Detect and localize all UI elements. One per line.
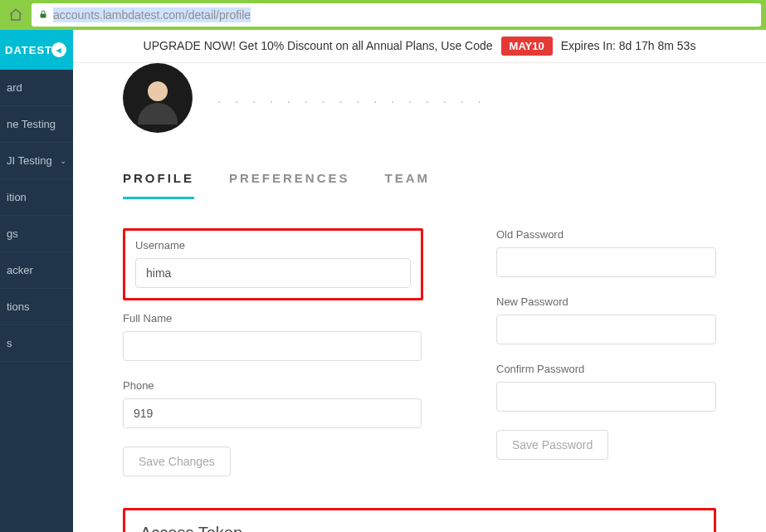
- sidebar-item-logs[interactable]: gs: [0, 216, 73, 252]
- tab-team[interactable]: TEAM: [385, 164, 431, 199]
- fullname-input[interactable]: [123, 331, 422, 361]
- sidebar-item-realtime-testing[interactable]: ne Testing: [0, 106, 73, 143]
- sidebar-item-tracker[interactable]: acker: [0, 252, 73, 289]
- tab-preferences[interactable]: PREFERENCES: [229, 164, 350, 199]
- url-text: accounts.lambdatest.com/detail/profile: [53, 8, 251, 22]
- sidebar-item-settings[interactable]: s: [0, 325, 73, 362]
- browser-chrome: accounts.lambdatest.com/detail/profile: [0, 0, 766, 30]
- promo-expiry: Expires In: 8d 17h 8m 53s: [561, 39, 696, 52]
- chevron-down-icon: ⌄: [60, 156, 66, 165]
- avatar: [123, 63, 193, 133]
- username-input[interactable]: [135, 258, 411, 288]
- home-icon[interactable]: [5, 4, 27, 26]
- sidebar-item-integrations[interactable]: tions: [0, 289, 73, 325]
- old-password-label: Old Password: [496, 228, 716, 241]
- sidebar: DATEST ◂ ard ne Testing JI Testing ⌄ iti…: [0, 30, 73, 532]
- avatar-dots: · · · · · · · · · · · · · · · ·: [217, 95, 486, 110]
- sidebar-item-automation[interactable]: ition: [0, 179, 73, 216]
- profile-tabs: PROFILE PREFERENCES TEAM: [123, 164, 716, 200]
- promo-banner: UPGRADE NOW! Get 10% Discount on all Ann…: [73, 30, 766, 63]
- old-password-input[interactable]: [496, 247, 716, 277]
- new-password-label: New Password: [496, 295, 716, 308]
- tab-profile[interactable]: PROFILE: [123, 164, 194, 199]
- svg-rect-0: [41, 13, 46, 17]
- promo-code-badge: MAY10: [501, 37, 553, 56]
- lock-icon: [38, 9, 48, 22]
- brand-logo[interactable]: DATEST ◂: [0, 30, 73, 70]
- phone-label: Phone: [123, 379, 422, 392]
- save-changes-button[interactable]: Save Changes: [123, 447, 231, 476]
- sidebar-item-ui-testing[interactable]: JI Testing ⌄: [0, 143, 73, 179]
- access-token-title: Access Token: [140, 524, 699, 532]
- new-password-input[interactable]: [496, 315, 716, 344]
- collapse-sidebar-icon[interactable]: ◂: [51, 42, 66, 57]
- save-password-button[interactable]: Save Password: [496, 430, 608, 460]
- confirm-password-label: Confirm Password: [496, 363, 716, 375]
- access-token-highlight-box: Access Token fbl6kxu Copy: [123, 508, 716, 532]
- address-bar[interactable]: accounts.lambdatest.com/detail/profile: [32, 3, 761, 27]
- sidebar-item-dashboard[interactable]: ard: [0, 70, 73, 106]
- promo-text: UPGRADE NOW! Get 10% Discount on all Ann…: [144, 39, 493, 52]
- confirm-password-input[interactable]: [496, 382, 716, 412]
- fullname-label: Full Name: [123, 312, 422, 325]
- phone-input[interactable]: [123, 398, 422, 428]
- username-label: Username: [135, 239, 411, 251]
- username-highlight-box: Username: [123, 228, 423, 300]
